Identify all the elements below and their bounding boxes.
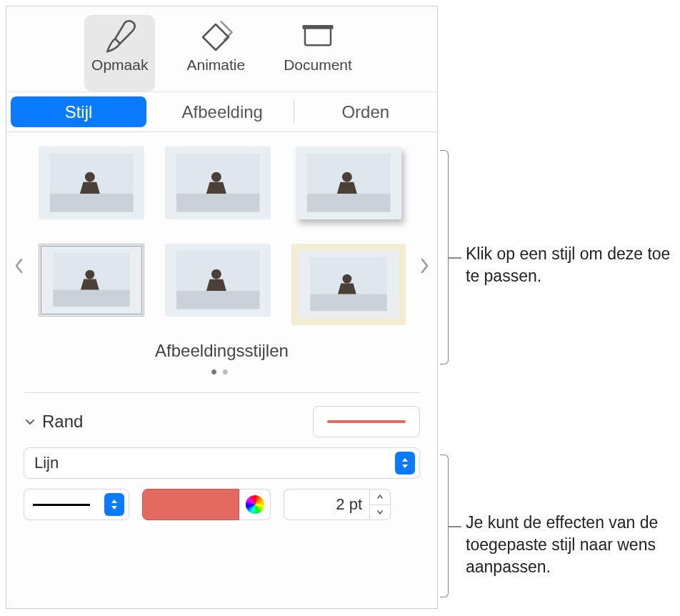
inspector-panel: Opmaak Animatie Document Stijl Afbeel <box>6 6 438 609</box>
presentation-icon <box>299 19 337 55</box>
annotation-styles: Klik op een stijl om deze toe te passen. <box>466 243 673 287</box>
style-thumb-1[interactable] <box>39 146 144 219</box>
style-thumb-4[interactable] <box>39 244 144 317</box>
format-tool[interactable]: Opmaak <box>84 15 155 91</box>
animate-tool[interactable]: Animatie <box>179 15 252 91</box>
border-color-control <box>142 489 271 520</box>
inspector-toolbar: Opmaak Animatie Document <box>6 6 437 92</box>
border-size-input[interactable]: 2 pt <box>284 489 369 520</box>
line-style-popup[interactable] <box>24 489 129 520</box>
border-style-preview[interactable] <box>313 406 420 437</box>
image-styles-section: Afbeeldingsstijlen ●● <box>6 132 437 378</box>
svg-rect-0 <box>305 28 331 46</box>
border-section: Rand Lijn <box>6 393 437 520</box>
svg-point-10 <box>342 172 352 182</box>
svg-point-16 <box>211 269 221 279</box>
styles-page-dots[interactable]: ●● <box>38 365 406 378</box>
svg-point-13 <box>85 270 94 279</box>
tab-style[interactable]: Stijl <box>11 96 146 127</box>
svg-point-19 <box>342 274 351 284</box>
popup-arrows-icon <box>395 452 415 475</box>
style-thumb-6[interactable] <box>291 244 406 325</box>
callout-lead-2 <box>449 526 461 527</box>
paintbrush-icon <box>101 19 139 55</box>
border-type-value: Lijn <box>34 454 59 472</box>
svg-rect-9 <box>307 194 391 212</box>
border-size-field: 2 pt <box>284 489 391 520</box>
callout-lead-1 <box>449 257 461 259</box>
style-thumb-3[interactable] <box>296 146 401 219</box>
format-label: Opmaak <box>91 56 148 74</box>
border-color-swatch[interactable] <box>142 489 239 520</box>
document-tool[interactable]: Document <box>276 15 359 91</box>
tab-image[interactable]: Afbeelding <box>151 92 294 131</box>
styles-next-button[interactable] <box>417 254 431 278</box>
border-type-popup[interactable]: Lijn <box>24 447 420 479</box>
border-disclosure[interactable]: Rand <box>24 412 83 432</box>
style-thumb-2[interactable] <box>165 146 271 219</box>
svg-point-4 <box>84 172 94 182</box>
style-thumb-5[interactable] <box>165 244 271 317</box>
border-title: Rand <box>42 412 83 432</box>
svg-point-7 <box>211 172 221 182</box>
popup-arrows-icon <box>104 493 124 516</box>
stepper-up-icon[interactable] <box>370 490 390 505</box>
styles-prev-button[interactable] <box>12 254 26 278</box>
line-sample-icon <box>33 504 90 506</box>
image-styles-grid <box>38 146 406 325</box>
svg-rect-12 <box>53 290 129 307</box>
svg-rect-3 <box>49 194 133 212</box>
diamond-icon <box>196 19 235 55</box>
chevron-down-icon <box>24 415 36 428</box>
border-preview-line <box>327 420 406 423</box>
color-picker-button[interactable] <box>239 489 271 520</box>
callout-bracket-2 <box>440 454 449 597</box>
svg-rect-6 <box>176 194 260 212</box>
color-wheel-icon <box>246 495 264 514</box>
svg-rect-18 <box>310 294 386 312</box>
stepper-down-icon[interactable] <box>370 505 390 520</box>
border-size-stepper[interactable] <box>369 489 391 520</box>
inspector-tabs: Stijl Afbeelding Orden <box>6 92 437 132</box>
image-styles-caption: Afbeeldingsstijlen <box>38 341 406 361</box>
document-label: Document <box>284 56 352 74</box>
animate-label: Animatie <box>186 56 245 74</box>
svg-rect-1 <box>304 26 333 28</box>
svg-rect-15 <box>176 291 260 309</box>
annotation-effects: Je kunt de effecten van de toegepaste st… <box>466 512 673 578</box>
tab-arrange[interactable]: Orden <box>294 92 438 131</box>
callout-bracket-1 <box>440 150 449 364</box>
